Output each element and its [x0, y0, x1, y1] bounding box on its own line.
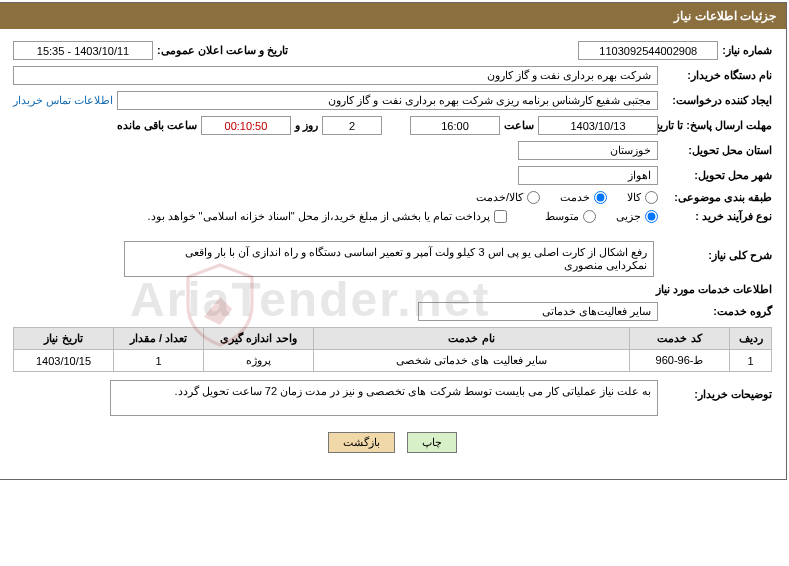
cell-service-name: سایر فعالیت های خدماتی شخصی — [314, 350, 630, 372]
city-field: اهواز — [518, 166, 658, 185]
time-label: ساعت — [504, 119, 534, 132]
requester-label: ایجاد کننده درخواست: — [662, 94, 772, 107]
province-label: استان محل تحویل: — [662, 144, 772, 157]
th-unit: واحد اندازه گیری — [204, 328, 314, 350]
radio-motavaset[interactable] — [583, 210, 596, 223]
need-desc-label: شرح کلی نیاز: — [662, 241, 772, 262]
th-service-code: کد خدمت — [630, 328, 730, 350]
payment-checkbox[interactable] — [494, 210, 507, 223]
radio-kala[interactable] — [645, 191, 658, 204]
th-service-name: نام خدمت — [314, 328, 630, 350]
th-qty: تعداد / مقدار — [114, 328, 204, 350]
radio-khadmat[interactable] — [594, 191, 607, 204]
print-button[interactable]: چاپ — [407, 432, 457, 453]
th-need-date: تاریخ نیاز — [14, 328, 114, 350]
purchase-type-label: نوع فرآیند خرید : — [662, 210, 772, 223]
th-row: ردیف — [730, 328, 772, 350]
radio-jozi[interactable] — [645, 210, 658, 223]
radio-kala-khadmat-label: کالا/خدمت — [476, 191, 523, 204]
cell-service-code: ط-96-960 — [630, 350, 730, 372]
need-number-label: شماره نیاز: — [722, 44, 772, 57]
cell-need-date: 1403/10/15 — [14, 350, 114, 372]
days-label: روز و — [295, 119, 318, 132]
table-row: 1 ط-96-960 سایر فعالیت های خدماتی شخصی پ… — [14, 350, 772, 372]
requester-field: مجتبی شفیع کارشناس برنامه ریزی شرکت بهره… — [117, 91, 658, 110]
city-label: شهر محل تحویل: — [662, 169, 772, 182]
buyer-note-field: به علت نیاز عملیاتی کار می بایست توسط شر… — [110, 380, 658, 416]
countdown-field: 00:10:50 — [201, 116, 291, 135]
radio-khadmat-label: خدمت — [560, 191, 590, 204]
buyer-org-field: شرکت بهره برداری نفت و گاز کارون — [13, 66, 658, 85]
buyer-contact-link[interactable]: اطلاعات تماس خریدار — [13, 94, 113, 107]
radio-jozi-label: جزیی — [616, 210, 641, 223]
subject-class-label: طبقه بندی موضوعی: — [662, 191, 772, 204]
back-button[interactable]: بازگشت — [328, 432, 395, 453]
buyer-note-label: توضیحات خریدار: — [662, 380, 772, 401]
need-desc-field: رفع اشکال از کارت اصلی یو پی اس 3 کیلو و… — [124, 241, 654, 277]
payment-note-label: پرداخت تمام یا بخشی از مبلغ خرید،از محل … — [147, 210, 490, 223]
services-table: ردیف کد خدمت نام خدمت واحد اندازه گیری ت… — [13, 327, 772, 372]
cell-qty: 1 — [114, 350, 204, 372]
remaining-label: ساعت باقی مانده — [117, 119, 197, 132]
service-group-field: سایر فعالیت‌های خدماتی — [418, 302, 658, 321]
days-field: 2 — [322, 116, 382, 135]
main-panel: جزئیات اطلاعات نیاز شماره نیاز: 11030925… — [0, 2, 787, 480]
purchase-type-radios: جزیی متوسط — [545, 210, 658, 223]
cell-row: 1 — [730, 350, 772, 372]
deadline-time-field: 16:00 — [410, 116, 500, 135]
radio-kala-khadmat[interactable] — [527, 191, 540, 204]
need-number-field: 1103092544002908 — [578, 41, 718, 60]
radio-motavaset-label: متوسط — [545, 210, 579, 223]
announce-datetime-field: 1403/10/11 - 15:35 — [13, 41, 153, 60]
service-group-label: گروه خدمت: — [662, 305, 772, 318]
service-info-label: اطلاعات خدمات مورد نیاز — [656, 283, 772, 296]
announce-datetime-label: تاریخ و ساعت اعلان عمومی: — [157, 44, 288, 57]
buyer-org-label: نام دستگاه خریدار: — [662, 69, 772, 82]
radio-kala-label: کالا — [627, 191, 641, 204]
deadline-date-field: 1403/10/13 — [538, 116, 658, 135]
cell-unit: پروژه — [204, 350, 314, 372]
panel-header: جزئیات اطلاعات نیاز — [0, 3, 786, 29]
subject-class-radios: کالا خدمت کالا/خدمت — [476, 191, 658, 204]
province-field: خوزستان — [518, 141, 658, 160]
deadline-label: مهلت ارسال پاسخ: تا تاریخ: — [662, 119, 772, 132]
